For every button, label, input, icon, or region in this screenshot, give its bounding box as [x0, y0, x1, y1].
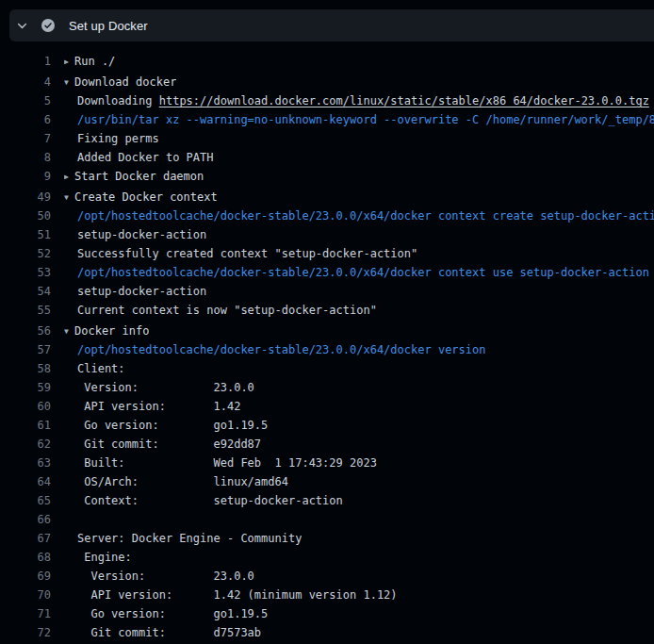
line-number[interactable]: 72: [0, 623, 51, 642]
log-text: Context: setup-docker-action: [64, 491, 343, 510]
log-text: Successfully created context "setup-dock…: [64, 244, 417, 263]
line-number[interactable]: 66: [0, 510, 51, 529]
line-number[interactable]: 53: [0, 263, 51, 282]
group-header[interactable]: ▼Docker info: [64, 322, 149, 340]
log-text: Go version: go1.19.5: [64, 416, 268, 435]
log-line: 50/opt/hostedtoolcache/docker-stable/23.…: [0, 206, 654, 225]
log-line: 58Client:: [0, 359, 654, 378]
log-line: 71 Go version: go1.19.5: [0, 604, 654, 623]
line-number[interactable]: 6: [0, 110, 51, 129]
log-line: 54setup-docker-action: [0, 282, 654, 301]
log-line[interactable]: 9▶Start Docker daemon: [0, 167, 654, 186]
line-number[interactable]: 50: [0, 206, 51, 225]
line-number[interactable]: 63: [0, 454, 51, 472]
command-text: /opt/hostedtoolcache/docker-stable/23.0.…: [64, 263, 649, 282]
log-text: Git commit: e92dd87: [64, 435, 261, 454]
log-line[interactable]: 56▼Docker info: [0, 322, 654, 340]
command-text: /opt/hostedtoolcache/docker-stable/23.0.…: [64, 340, 485, 359]
line-number[interactable]: 4: [0, 73, 51, 91]
log-line: 8Added Docker to PATH: [0, 148, 654, 167]
line-number[interactable]: 64: [0, 472, 51, 491]
log-line: 63 Built: Wed Feb 1 17:43:29 2023: [0, 454, 654, 472]
log-line: 59 Version: 23.0.0: [0, 378, 654, 397]
log-line[interactable]: 1▶Run ./: [0, 52, 654, 71]
line-number[interactable]: 65: [0, 491, 51, 510]
log-line: 57/opt/hostedtoolcache/docker-stable/23.…: [0, 340, 654, 359]
step-header[interactable]: Set up Docker: [9, 9, 654, 41]
log-line: 62 Git commit: e92dd87: [0, 435, 654, 454]
line-number[interactable]: 71: [0, 604, 51, 623]
log-line: 7Fixing perms: [0, 129, 654, 148]
triangle-down-icon[interactable]: ▼: [64, 322, 74, 340]
log-line: 70 API version: 1.42 (minimum version 1.…: [0, 586, 654, 604]
line-number[interactable]: 9: [0, 167, 51, 186]
line-number[interactable]: 49: [0, 188, 51, 206]
check-circle-icon: [41, 19, 55, 32]
line-number[interactable]: 70: [0, 586, 51, 604]
line-number[interactable]: 8: [0, 148, 51, 167]
log-line: 6/usr/bin/tar xz --warning=no-unknown-ke…: [0, 110, 654, 129]
group-header[interactable]: ▼Download docker: [64, 73, 176, 91]
line-number[interactable]: 67: [0, 529, 51, 548]
log-text-prefix: Downloading: [77, 94, 159, 107]
log-line: 64 OS/Arch: linux/amd64: [0, 472, 654, 491]
line-number[interactable]: 60: [0, 397, 51, 416]
log-line: 66: [0, 510, 654, 529]
log-text: Go version: go1.19.5: [64, 604, 268, 623]
log-line: 65 Context: setup-docker-action: [0, 491, 654, 510]
log-line: 53/opt/hostedtoolcache/docker-stable/23.…: [0, 263, 654, 282]
line-number[interactable]: 58: [0, 359, 51, 378]
log-line: 55Current context is now "setup-docker-a…: [0, 301, 654, 320]
line-number[interactable]: 57: [0, 340, 51, 359]
group-header[interactable]: ▶Start Docker daemon: [64, 167, 204, 186]
triangle-right-icon[interactable]: ▶: [64, 53, 74, 71]
line-number[interactable]: 1: [0, 52, 51, 71]
group-header[interactable]: ▼Create Docker context: [64, 188, 218, 206]
log-lines: 1▶Run ./4▼Download docker5Downloading ht…: [0, 41, 654, 642]
line-number[interactable]: 52: [0, 244, 51, 263]
line-number[interactable]: 59: [0, 378, 51, 397]
log-text: Current context is now "setup-docker-act…: [64, 301, 377, 320]
line-number[interactable]: 5: [0, 91, 51, 110]
log-text: Git commit: d7573ab: [64, 623, 261, 642]
line-number[interactable]: 61: [0, 416, 51, 435]
triangle-right-icon[interactable]: ▶: [64, 168, 74, 186]
step-title: Set up Docker: [69, 19, 148, 33]
line-number[interactable]: 62: [0, 435, 51, 454]
log-text: Downloading https://download.docker.com/…: [64, 91, 649, 110]
triangle-down-icon[interactable]: ▼: [64, 74, 74, 91]
log-text: API version: 1.42 (minimum version 1.12): [64, 586, 398, 604]
line-number[interactable]: 55: [0, 301, 51, 320]
command-text: /opt/hostedtoolcache/docker-stable/23.0.…: [64, 206, 654, 225]
log-text: setup-docker-action: [64, 225, 206, 244]
group-title: Docker info: [74, 324, 149, 338]
log-text: Fixing perms: [64, 129, 159, 148]
log-line: 67Server: Docker Engine - Community: [0, 529, 654, 548]
log-line: 68 Engine:: [0, 548, 654, 567]
log-line: 69 Version: 23.0.0: [0, 567, 654, 586]
line-number[interactable]: 68: [0, 548, 51, 567]
line-number[interactable]: 69: [0, 567, 51, 586]
command-text: /usr/bin/tar xz --warning=no-unknown-key…: [64, 110, 654, 129]
group-header[interactable]: ▶Run ./: [64, 52, 115, 71]
log-text: Version: 23.0.0: [64, 378, 254, 397]
group-title: Create Docker context: [74, 190, 218, 204]
line-number[interactable]: 56: [0, 322, 51, 340]
log-text: setup-docker-action: [64, 282, 206, 301]
line-number[interactable]: 7: [0, 129, 51, 148]
line-number[interactable]: 51: [0, 225, 51, 244]
group-title: Start Docker daemon: [74, 170, 204, 183]
triangle-down-icon[interactable]: ▼: [64, 189, 74, 206]
group-title: Download docker: [74, 75, 176, 89]
log-text: Engine:: [64, 548, 132, 567]
chevron-down-icon[interactable]: [16, 20, 28, 32]
log-line[interactable]: 4▼Download docker: [0, 73, 654, 91]
line-number[interactable]: 54: [0, 282, 51, 301]
log-line[interactable]: 49▼Create Docker context: [0, 188, 654, 206]
log-text: OS/Arch: linux/amd64: [64, 472, 288, 491]
log-text: Added Docker to PATH: [64, 148, 214, 167]
log-text: Server: Docker Engine - Community: [64, 529, 302, 548]
log-line: 5Downloading https://download.docker.com…: [0, 91, 654, 110]
group-title: Run ./: [74, 55, 115, 68]
download-url-link[interactable]: https://download.docker.com/linux/static…: [159, 94, 649, 107]
